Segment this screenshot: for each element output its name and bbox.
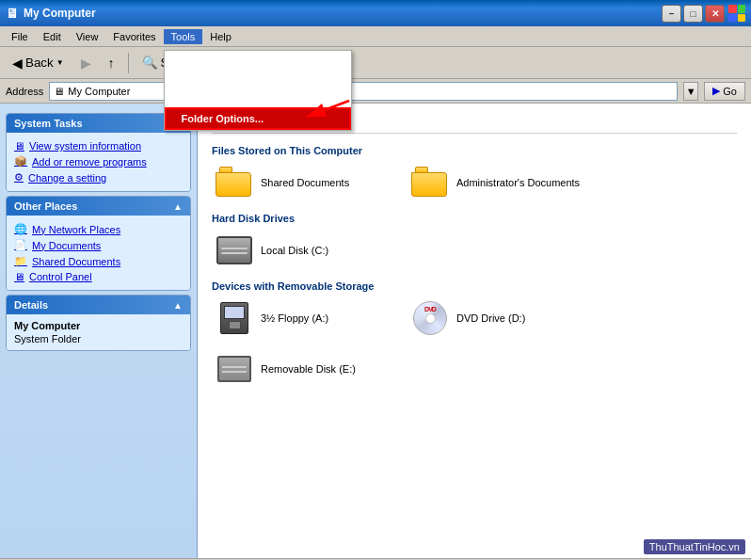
local-disk-c-item[interactable]: Local Disk (C:)	[212, 230, 400, 271]
shared-documents-icon	[216, 166, 253, 200]
my-documents-item[interactable]: 📄 My Documents	[10, 237, 186, 253]
administrator-docs-item[interactable]: Administrator's Documents	[407, 162, 596, 203]
add-programs-icon: 📦	[14, 155, 27, 168]
view-system-info-item[interactable]: 🖥 View system information	[10, 138, 186, 153]
dvd-d-label: DVD Drive (D:)	[456, 312, 525, 324]
up-arrow-icon: ↑	[108, 56, 115, 71]
monitor-icon: 🖥	[14, 140, 24, 152]
files-section-label: Files Stored on This Computer	[212, 145, 737, 156]
network-places-icon: 🌐	[14, 223, 27, 235]
window-title: My Computer	[24, 7, 662, 20]
other-places-header[interactable]: Other Places ▲	[7, 197, 190, 216]
shared-docs-icon: 📁	[14, 255, 27, 267]
removable-grid-2: Removable Disk (E:)	[212, 348, 737, 390]
title-bar: 🖥 My Computer – □ ✕	[0, 0, 751, 26]
xp-logo-flag	[728, 5, 745, 22]
close-button[interactable]: ✕	[705, 5, 725, 23]
details-body: My Computer System Folder	[7, 314, 190, 350]
window-controls: – □ ✕	[662, 5, 725, 23]
control-panel-label: Control Panel	[29, 271, 92, 282]
back-dropdown-icon: ▼	[56, 58, 64, 67]
floppy-a-icon	[216, 301, 253, 335]
settings-icon: ⚙	[14, 171, 24, 184]
address-value: My Computer	[68, 86, 130, 97]
my-network-places-item[interactable]: 🌐 My Network Places	[10, 221, 186, 237]
view-system-info-label: View system information	[29, 140, 141, 152]
details-header[interactable]: Details ▲	[7, 296, 190, 314]
menu-favorites[interactable]: Favorites	[105, 29, 163, 44]
dvd-d-item[interactable]: DVD DVD Drive (D:)	[407, 297, 596, 339]
my-documents-icon: 📄	[14, 239, 27, 251]
menu-view[interactable]: View	[69, 29, 106, 44]
control-panel-icon: 🖥	[14, 271, 24, 282]
floppy-a-label: 3½ Floppy (A:)	[261, 312, 328, 324]
other-places-panel: Other Places ▲ 🌐 My Network Places 📄 My …	[6, 196, 191, 291]
address-icon: 🖥	[54, 86, 64, 97]
up-button[interactable]: ↑	[102, 52, 121, 74]
back-label: Back	[25, 56, 54, 70]
change-setting-label: Change a setting	[28, 172, 106, 184]
watermark: ThuThuatTinHoc.vn	[644, 539, 745, 554]
toolbar-separator-1	[128, 53, 129, 73]
menu-file[interactable]: File	[4, 29, 36, 44]
system-tasks-body: 🖥 View system information 📦 Add or remov…	[7, 133, 190, 191]
change-setting-item[interactable]: ⚙ Change a setting	[10, 169, 186, 185]
back-button[interactable]: ◀ Back ▼	[6, 52, 71, 74]
removable-e-icon	[216, 352, 253, 386]
menu-disconnect-network-drive[interactable]: Disconnect Network Drive...	[165, 70, 351, 88]
minimize-button[interactable]: –	[662, 5, 681, 23]
removable-section-label: Devices with Removable Storage	[212, 280, 737, 292]
administrator-docs-icon	[411, 166, 449, 200]
forward-button[interactable]: ▶	[74, 52, 98, 74]
menu-folder-options[interactable]: Folder Options...	[165, 107, 351, 130]
files-grid: Shared Documents Administrator's Documen…	[212, 162, 737, 203]
hard-disk-grid: Local Disk (C:)	[212, 230, 737, 271]
removable-e-item[interactable]: Removable Disk (E:)	[212, 348, 400, 390]
add-remove-programs-item[interactable]: 📦 Add or remove programs	[10, 153, 186, 169]
administrator-docs-label: Administrator's Documents	[456, 177, 580, 188]
menu-bar: File Edit View Favorites Tools Map Netwo…	[0, 26, 751, 47]
search-icon: 🔍	[142, 56, 158, 70]
address-input[interactable]: 🖥 My Computer	[49, 82, 678, 101]
shared-documents-label: Shared Documents	[261, 177, 349, 188]
address-label: Address	[6, 86, 43, 97]
shared-documents-item[interactable]: 📁 Shared Documents	[10, 253, 186, 269]
left-panel: System Tasks ▲ 🖥 View system information…	[0, 104, 198, 558]
other-places-collapse-icon: ▲	[173, 201, 183, 212]
content-area: My Computer Files Stored on This Compute…	[198, 104, 751, 558]
system-tasks-label: System Tasks	[14, 118, 83, 129]
main-layout: System Tasks ▲ 🖥 View system information…	[0, 104, 751, 558]
menu-help[interactable]: Help	[202, 29, 239, 44]
toolbar: ◀ Back ▼ ▶ ↑ 🔍 Search 📁 Folders ▦ ▼	[0, 47, 751, 79]
menu-synchronize[interactable]: Synchronize...	[165, 88, 351, 107]
my-documents-label: My Documents	[32, 240, 101, 251]
local-disk-c-icon	[216, 233, 253, 267]
dvd-d-icon: DVD	[411, 301, 449, 335]
details-collapse-icon: ▲	[173, 300, 183, 311]
local-disk-c-label: Local Disk (C:)	[261, 245, 328, 256]
details-panel: Details ▲ My Computer System Folder	[6, 295, 191, 351]
control-panel-item[interactable]: 🖥 Control Panel	[10, 269, 186, 284]
address-dropdown-button[interactable]: ▼	[683, 82, 698, 101]
menu-edit[interactable]: Edit	[36, 29, 69, 44]
my-network-places-label: My Network Places	[32, 224, 120, 235]
menu-tools[interactable]: Tools Map Network Drive... Disconnect Ne…	[164, 29, 203, 44]
removable-grid: 3½ Floppy (A:) DVD DVD Drive (D:)	[212, 297, 737, 339]
floppy-a-item[interactable]: 3½ Floppy (A:)	[212, 297, 400, 339]
details-title: My Computer	[14, 320, 183, 331]
forward-arrow-icon: ▶	[81, 56, 91, 71]
back-arrow-icon: ◀	[12, 56, 23, 71]
shared-documents-label: Shared Documents	[32, 256, 120, 267]
details-subtitle: System Folder	[14, 333, 183, 344]
address-bar: Address 🖥 My Computer ▼ ▶ Go	[0, 79, 751, 104]
tools-dropdown: Map Network Drive... Disconnect Network …	[164, 50, 352, 131]
go-label: Go	[723, 86, 737, 97]
other-places-body: 🌐 My Network Places 📄 My Documents 📁 Sha…	[7, 216, 190, 290]
menu-map-network-drive[interactable]: Map Network Drive...	[165, 51, 351, 70]
hard-disk-section-label: Hard Disk Drives	[212, 213, 737, 224]
go-arrow-icon: ▶	[712, 85, 720, 97]
shared-documents-drive-item[interactable]: Shared Documents	[212, 162, 400, 203]
other-places-label: Other Places	[14, 200, 77, 212]
address-go-button[interactable]: ▶ Go	[704, 82, 745, 101]
maximize-button[interactable]: □	[683, 5, 703, 23]
